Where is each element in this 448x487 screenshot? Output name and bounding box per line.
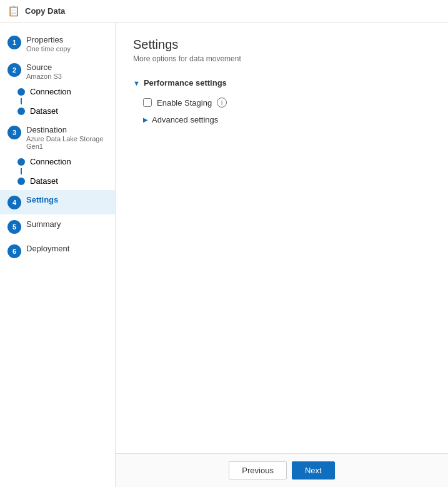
copy-data-icon: 📋 xyxy=(7,5,20,17)
source-sub-items: Connection Dataset xyxy=(0,85,115,118)
step-circle-1: 1 xyxy=(7,36,21,49)
connector-line-destination xyxy=(21,168,22,174)
destination-dataset-dot xyxy=(17,178,25,185)
source-connection-dot xyxy=(17,88,25,96)
page-title: Settings xyxy=(133,38,431,52)
sidebar-step-deployment[interactable]: 6 Deployment xyxy=(0,239,115,263)
connector-line-source xyxy=(21,98,22,104)
step-label-destination: Destination xyxy=(26,125,107,134)
enable-staging-checkbox[interactable] xyxy=(143,98,152,107)
step-label-summary: Summary xyxy=(26,219,61,229)
destination-connection-dot xyxy=(17,158,25,166)
step-sublabel-source: Amazon S3 xyxy=(26,73,62,80)
source-dataset-item[interactable]: Dataset xyxy=(17,104,115,118)
step-sublabel-properties: One time copy xyxy=(26,45,71,53)
enable-staging-row: Enable Staging i xyxy=(143,98,431,108)
step-circle-6: 6 xyxy=(7,244,21,258)
destination-dataset-label: Dataset xyxy=(30,176,58,186)
source-dataset-label: Dataset xyxy=(30,106,58,116)
step-circle-4: 4 xyxy=(7,196,21,209)
next-button[interactable]: Next xyxy=(292,461,335,479)
collapse-icon[interactable]: ▼ xyxy=(133,79,140,87)
destination-dataset-item[interactable]: Dataset xyxy=(17,174,115,188)
step-circle-3: 3 xyxy=(7,126,21,139)
sidebar-step-source[interactable]: 2 Source Amazon S3 xyxy=(0,58,115,85)
step-label-settings: Settings xyxy=(26,195,58,204)
destination-connection-label: Connection xyxy=(30,157,71,166)
destination-connection-item[interactable]: Connection xyxy=(17,155,115,168)
performance-section-title: Performance settings xyxy=(144,78,227,88)
footer: Previous Next xyxy=(116,453,448,487)
sidebar-step-destination[interactable]: 3 Destination Azure Data Lake Storage Ge… xyxy=(0,120,115,155)
expand-icon: ▶ xyxy=(143,116,148,123)
step-label-source: Source xyxy=(26,63,62,72)
title-bar: 📋 Copy Data xyxy=(0,0,448,23)
content-area: Settings More options for data movement … xyxy=(116,23,448,487)
enable-staging-label: Enable Staging xyxy=(157,98,212,108)
app-title: Copy Data xyxy=(25,6,65,16)
destination-sub-items: Connection Dataset xyxy=(0,155,115,188)
sidebar: 1 Properties One time copy 2 Source Amaz… xyxy=(0,23,116,487)
source-connection-label: Connection xyxy=(30,87,71,96)
content-body: Settings More options for data movement … xyxy=(116,23,448,453)
info-icon[interactable]: i xyxy=(217,98,227,108)
performance-section-header: ▼ Performance settings xyxy=(133,78,431,88)
main-layout: 1 Properties One time copy 2 Source Amaz… xyxy=(0,23,448,487)
sidebar-step-summary[interactable]: 5 Summary xyxy=(0,214,115,239)
advanced-settings-label: Advanced settings xyxy=(152,115,218,124)
step-sublabel-destination: Azure Data Lake Storage Gen1 xyxy=(26,135,107,150)
page-subtitle: More options for data movement xyxy=(133,54,431,63)
source-dataset-dot xyxy=(17,108,25,115)
step-circle-2: 2 xyxy=(7,63,21,77)
step-label-properties: Properties xyxy=(26,35,71,44)
previous-button[interactable]: Previous xyxy=(229,461,287,479)
step-label-deployment: Deployment xyxy=(26,244,69,253)
advanced-settings-row[interactable]: ▶ Advanced settings xyxy=(143,115,431,124)
step-circle-5: 5 xyxy=(7,220,21,234)
sidebar-step-properties[interactable]: 1 Properties One time copy xyxy=(0,30,115,58)
sidebar-step-settings[interactable]: 4 Settings xyxy=(0,190,115,214)
source-connection-item[interactable]: Connection xyxy=(17,85,115,98)
